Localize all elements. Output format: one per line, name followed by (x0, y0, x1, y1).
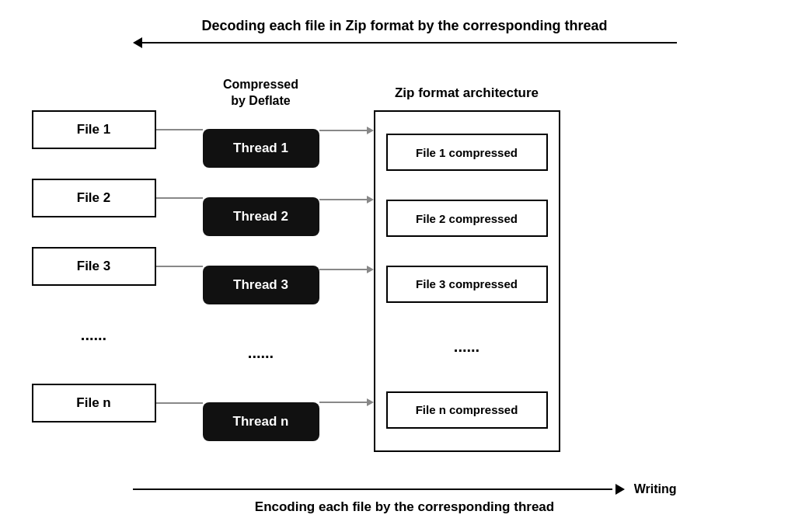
zip-title: Zip format architecture (374, 85, 560, 101)
main-content: File 1 File 2 File 3 ...... File n Compr… (32, 56, 778, 478)
zip-dots: ...... (375, 332, 559, 363)
thread-box-3: Thread 3 (203, 266, 319, 304)
arrow-left-line (142, 42, 677, 43)
bottom-label: Encoding each file by the corresponding … (255, 499, 554, 515)
bottom-arrow-wrapper: Writing (133, 482, 677, 496)
right-blank (319, 336, 374, 337)
file-box-1: File 1 (32, 110, 156, 149)
right-line-3 (319, 269, 367, 270)
zip-file-1: File 1 compressed (386, 134, 548, 171)
threads-dots: ...... (203, 334, 319, 373)
diagram-container: Decoding each file in Zip format by the … (32, 18, 778, 515)
connector-line-2 (156, 197, 203, 199)
files-dots: ...... (32, 315, 156, 354)
right-arrow-2 (319, 196, 374, 203)
right-arrowhead-2 (367, 196, 374, 203)
bottom-arrowhead-icon (615, 484, 625, 495)
zip-file-3: File 3 compressed (386, 266, 548, 303)
right-line-1 (319, 130, 367, 131)
zip-wrapper: Zip format architecture File 1 compresse… (374, 110, 560, 452)
compressed-line2: by Deflate (231, 94, 290, 107)
thread-box-n: Thread n (203, 402, 319, 441)
threads-column: Thread 1 Thread 2 Thread 3 ...... Thread… (203, 114, 319, 456)
right-arrow-3 (319, 266, 374, 273)
right-line-2 (319, 199, 367, 200)
right-arrow-1 (319, 127, 374, 134)
zip-file-2: File 2 compressed (386, 200, 548, 237)
compressed-line1: Compressed (223, 78, 298, 91)
thread-box-2: Thread 2 (203, 197, 319, 236)
connector-line-n (156, 402, 203, 404)
top-section: Decoding each file in Zip format by the … (32, 18, 778, 48)
right-connectors (319, 96, 374, 437)
file-box-3: File 3 (32, 247, 156, 286)
writing-label: Writing (634, 482, 677, 496)
right-arrowhead-1 (367, 127, 374, 134)
right-arrowhead-3 (367, 266, 374, 273)
bottom-arrow-line (133, 489, 612, 490)
threads-col-wrapper: Compressed by Deflate Thread 1 Thread 2 … (203, 77, 319, 456)
connector-line-3 (156, 266, 203, 267)
compressed-header: Compressed by Deflate (223, 77, 298, 110)
right-arrowhead-n (367, 398, 374, 406)
top-label: Decoding each file in Zip format by the … (201, 18, 607, 34)
connector-line-1 (156, 129, 203, 130)
zip-file-n: File n compressed (386, 391, 548, 429)
thread-dots-text: ...... (248, 344, 274, 362)
top-arrow (133, 37, 677, 48)
right-arrow-n (319, 398, 374, 406)
zip-section: File 1 compressed File 2 compressed File… (374, 110, 560, 452)
files-column: File 1 File 2 File 3 ...... File n (32, 96, 156, 437)
left-connectors (156, 96, 203, 437)
arrow-left-head-icon (133, 37, 142, 48)
file-box-n: File n (32, 384, 156, 422)
right-line-n (319, 402, 367, 403)
file-box-2: File 2 (32, 179, 156, 217)
bottom-section: Writing Encoding each file by the corres… (32, 482, 778, 515)
connector-line-dots (156, 334, 203, 336)
thread-box-1: Thread 1 (203, 129, 319, 168)
